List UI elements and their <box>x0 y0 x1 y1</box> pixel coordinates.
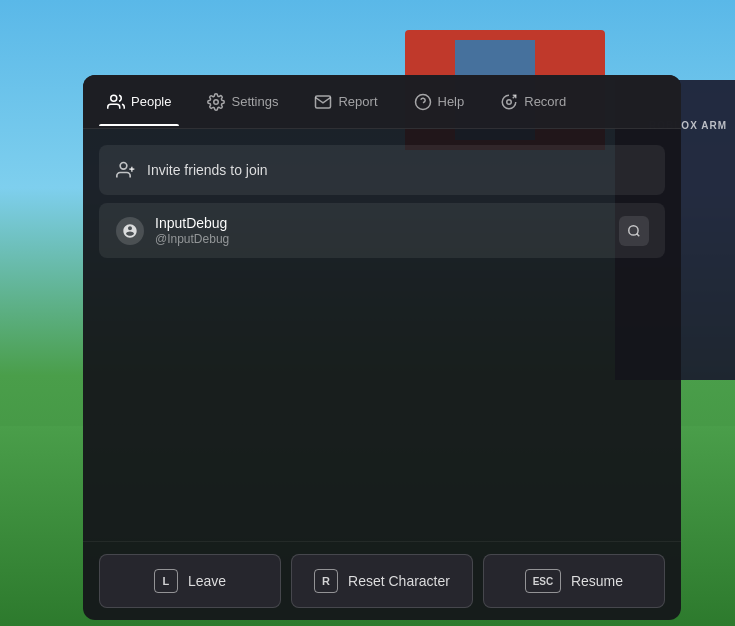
svg-point-0 <box>111 95 117 101</box>
tab-people[interactable]: People <box>91 79 187 125</box>
content-area: Invite friends to join InputDebug @Input… <box>83 129 681 541</box>
tab-settings[interactable]: Settings <box>191 79 294 125</box>
reset-key-badge: R <box>314 569 338 593</box>
bottom-bar: L Leave R Reset Character ESC Resume <box>83 541 681 620</box>
player-avatar <box>115 216 145 246</box>
tab-help[interactable]: Help <box>398 79 481 125</box>
svg-point-4 <box>507 99 512 104</box>
tab-bar: People Settings Report <box>83 75 681 129</box>
player-username: @InputDebug <box>155 232 609 246</box>
invite-friends-text: Invite friends to join <box>147 162 268 178</box>
tab-record[interactable]: Record <box>484 79 582 125</box>
player-name: InputDebug <box>155 215 609 231</box>
tab-help-label: Help <box>438 94 465 109</box>
player-search-button[interactable] <box>619 216 649 246</box>
resume-button[interactable]: ESC Resume <box>483 554 665 608</box>
svg-point-1 <box>214 99 219 104</box>
svg-point-8 <box>629 225 638 234</box>
main-modal: People Settings Report <box>83 75 681 620</box>
reset-character-label: Reset Character <box>348 573 450 589</box>
leave-key-badge: L <box>154 569 178 593</box>
player-row[interactable]: InputDebug @InputDebug <box>99 203 665 258</box>
svg-point-5 <box>120 163 127 170</box>
tab-report-label: Report <box>338 94 377 109</box>
record-icon <box>500 93 518 111</box>
resume-label: Resume <box>571 573 623 589</box>
tab-settings-label: Settings <box>231 94 278 109</box>
leave-button[interactable]: L Leave <box>99 554 281 608</box>
svg-line-9 <box>637 233 640 236</box>
people-icon <box>107 93 125 111</box>
leave-label: Leave <box>188 573 226 589</box>
invite-friends-icon <box>115 159 137 181</box>
report-icon <box>314 93 332 111</box>
reset-character-button[interactable]: R Reset Character <box>291 554 473 608</box>
help-icon <box>414 93 432 111</box>
tab-people-label: People <box>131 94 171 109</box>
resume-key-badge: ESC <box>525 569 561 593</box>
player-info: InputDebug @InputDebug <box>155 215 609 246</box>
player-avatar-icon <box>116 217 144 245</box>
settings-icon <box>207 93 225 111</box>
tab-report[interactable]: Report <box>298 79 393 125</box>
tab-record-label: Record <box>524 94 566 109</box>
invite-friends-row[interactable]: Invite friends to join <box>99 145 665 195</box>
